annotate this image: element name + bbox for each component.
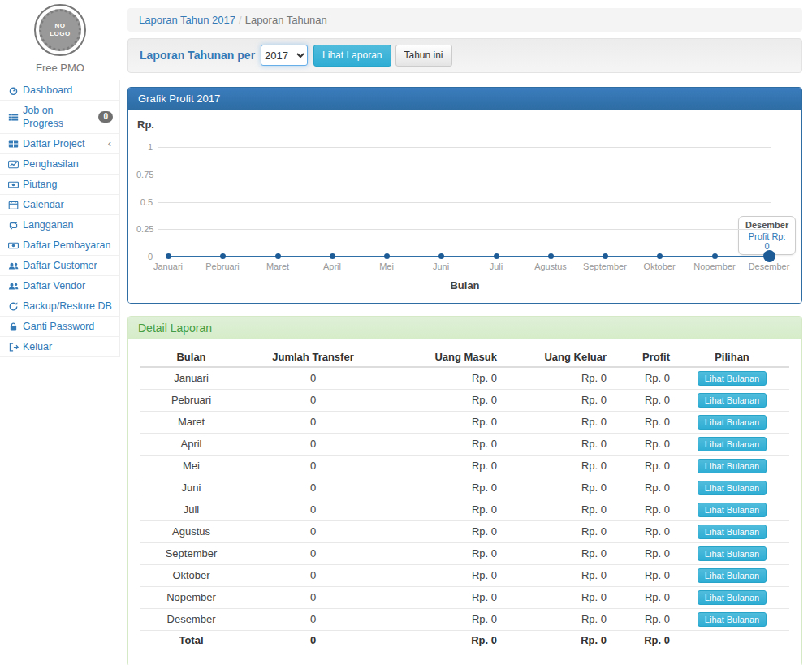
lihat-bulanan-button[interactable]: Lihat Bulanan [698, 437, 767, 451]
breadcrumb-current: Laporan Tahunan [245, 14, 327, 26]
x-tick-label: Maret [249, 261, 306, 271]
data-point-januari[interactable] [166, 253, 171, 259]
data-point-pebruari[interactable] [220, 253, 226, 259]
cell: Desember [140, 608, 242, 630]
data-point-april[interactable] [330, 253, 335, 259]
action-cell: Lihat Bulanan [675, 455, 789, 477]
cell: Rp. 0 [384, 499, 502, 520]
chart-y-axis-label: Rp. [137, 119, 154, 131]
sidebar-item-piutang[interactable]: Piutang [0, 175, 119, 194]
sidebar-menu-row: Piutang [0, 175, 119, 195]
chart-gridline [158, 147, 771, 148]
y-tick-label: 0.75 [136, 170, 153, 179]
main-content: Laporan Tahun 2017/Laporan Tahunan Lapor… [120, 0, 812, 665]
cell: Rp. 0 [384, 608, 502, 630]
action-cell: Lihat Bulanan [675, 433, 789, 455]
cell: Rp. 0 [384, 455, 502, 477]
lihat-bulanan-button[interactable]: Lihat Bulanan [698, 481, 767, 495]
sidebar-menu-row: Calendar [0, 195, 119, 215]
sidebar-item-daftar-vendor[interactable]: Daftar Vendor [0, 276, 119, 296]
year-select[interactable]: 2017 [261, 45, 308, 66]
y-tick-label: 0.25 [136, 224, 153, 234]
table-body: Januari0Rp. 0Rp. 0Rp. 0Lihat BulananPebr… [140, 367, 789, 650]
cell: Nopember [140, 586, 242, 608]
cell: 0 [242, 433, 384, 455]
sign-out-icon [7, 341, 19, 352]
data-point-maret[interactable] [275, 253, 281, 259]
sidebar: NO LOGO Free PMO DashboardJob on Progres… [0, 0, 120, 665]
data-point-nopember[interactable] [712, 253, 718, 259]
refresh-icon [7, 300, 19, 312]
sidebar-item-calendar[interactable]: Calendar [0, 195, 119, 214]
sidebar-menu-row: Langganan [0, 215, 119, 235]
cell: Rp. 0 [611, 564, 675, 586]
cell: Rp. 0 [502, 477, 611, 499]
cell: Agustus [140, 520, 242, 542]
sidebar-item-daftar-customer[interactable]: Daftar Customer [0, 256, 119, 275]
detail-panel-title: Detail Laporan [128, 317, 801, 339]
lihat-bulanan-button[interactable]: Lihat Bulanan [698, 415, 767, 430]
cell: Rp. 0 [502, 520, 611, 542]
x-tick-label: Januari [140, 261, 197, 271]
sidebar-item-daftar-pembayaran[interactable]: Daftar Pembayaran [0, 235, 119, 255]
sidebar-item-label: Penghasilan [23, 158, 79, 171]
sidebar-item-label: Keluar [23, 340, 52, 353]
table-row-nopember: Nopember0Rp. 0Rp. 0Rp. 0Lihat Bulanan [140, 586, 789, 608]
cell: Rp. 0 [611, 586, 675, 608]
data-point-mei[interactable] [384, 253, 390, 259]
lihat-bulanan-button[interactable]: Lihat Bulanan [698, 525, 767, 539]
chart-panel-title: Grafik Profit 2017 [128, 88, 801, 110]
lihat-bulanan-button[interactable]: Lihat Bulanan [698, 371, 767, 386]
sidebar-item-keluar[interactable]: Keluar [0, 337, 119, 356]
column-header-uang-keluar: Uang Keluar [502, 348, 611, 367]
count-badge: 0 [98, 111, 113, 123]
lihat-bulanan-button[interactable]: Lihat Bulanan [698, 393, 767, 408]
brand-text: Free PMO [0, 62, 120, 74]
lihat-bulanan-button[interactable]: Lihat Bulanan [698, 459, 767, 473]
sidebar-item-langganan[interactable]: Langganan [0, 215, 119, 235]
chart-x-axis-label: Bulan [136, 279, 793, 291]
column-header-jumlah-transfer: Jumlah Transfer [242, 348, 384, 367]
cell: Rp. 0 [502, 564, 611, 586]
sidebar-menu: DashboardJob on Progress0Daftar Project‹… [0, 80, 120, 357]
cell: 0 [242, 477, 384, 499]
cell: Rp. 0 [611, 542, 675, 564]
data-point-oktober[interactable] [657, 253, 663, 259]
action-cell: Lihat Bulanan [675, 608, 789, 630]
data-point-juni[interactable] [438, 253, 444, 259]
cell: 0 [242, 608, 384, 630]
cell: Rp. 0 [502, 608, 611, 630]
cell: Rp. 0 [384, 367, 502, 390]
sidebar-item-dashboard[interactable]: Dashboard [0, 80, 119, 100]
data-point-juli[interactable] [494, 253, 499, 259]
cell: Januari [140, 367, 242, 390]
table-row-maret: Maret0Rp. 0Rp. 0Rp. 0Lihat Bulanan [140, 411, 789, 433]
sidebar-item-label: Calendar [23, 198, 64, 211]
sidebar-item-ganti-password[interactable]: Ganti Password [0, 317, 119, 336]
sidebar-menu-row: Keluar [0, 337, 119, 357]
x-tick-label: Desember [741, 261, 797, 271]
data-point-september[interactable] [603, 253, 608, 259]
x-tick-label: Juni [412, 261, 469, 271]
lihat-bulanan-button[interactable]: Lihat Bulanan [698, 590, 767, 605]
cell: Rp. 0 [611, 411, 675, 433]
sidebar-item-backup-restore-db[interactable]: Backup/Restore DB [0, 296, 119, 316]
cell: Rp. 0 [502, 433, 611, 455]
cell: 0 [242, 499, 384, 520]
lihat-bulanan-button[interactable]: Lihat Bulanan [698, 612, 767, 627]
data-point-agustus[interactable] [548, 253, 554, 259]
tahun-ini-button[interactable]: Tahun ini [395, 45, 452, 67]
cell: April [140, 433, 242, 455]
breadcrumb-link[interactable]: Laporan Tahun 2017 [139, 14, 235, 26]
sidebar-item-job-on-progress[interactable]: Job on Progress0 [0, 101, 119, 133]
lihat-laporan-button[interactable]: Lihat Laporan [313, 45, 391, 67]
lihat-bulanan-button[interactable]: Lihat Bulanan [698, 503, 767, 517]
x-tick-label: Mei [358, 261, 415, 271]
sidebar-logo-block: NO LOGO Free PMO [0, 0, 120, 80]
cell: Rp. 0 [611, 608, 675, 630]
lihat-bulanan-button[interactable]: Lihat Bulanan [698, 546, 767, 561]
sidebar-item-daftar-project[interactable]: Daftar Project‹ [0, 134, 119, 153]
lihat-bulanan-button[interactable]: Lihat Bulanan [698, 568, 767, 583]
action-cell: Lihat Bulanan [675, 389, 789, 411]
sidebar-item-penghasilan[interactable]: Penghasilan [0, 154, 119, 174]
